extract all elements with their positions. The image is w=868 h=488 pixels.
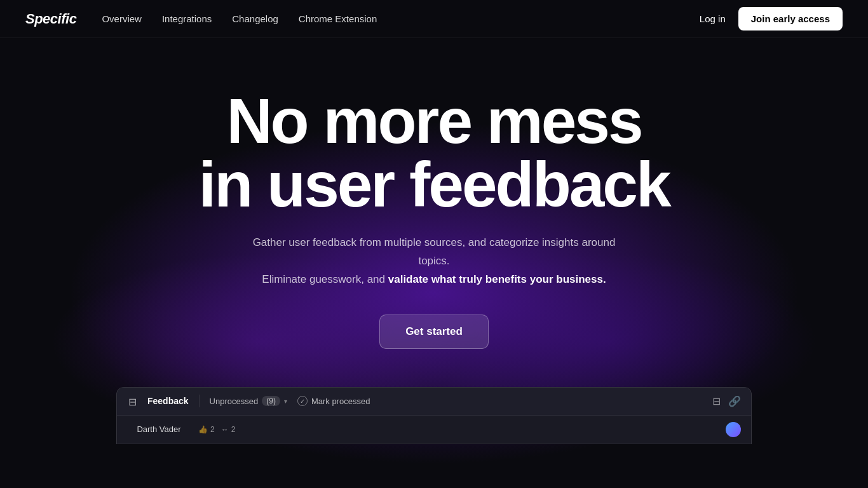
filter-badge: (9) bbox=[262, 396, 280, 406]
arrows-stat: ↔ 2 bbox=[221, 425, 236, 434]
hero-title-line2: in user feedback bbox=[198, 152, 669, 216]
navbar: Specific Overview Integrations Changelog… bbox=[0, 0, 868, 38]
section-icon: ⊟ bbox=[127, 396, 137, 406]
arrows-icon: ↔ bbox=[221, 425, 229, 434]
table-row: Darth Vader 👍 2 ↔ 2 bbox=[117, 416, 751, 444]
nav-link-overview[interactable]: Overview bbox=[102, 13, 142, 24]
filter-label: Unprocessed bbox=[210, 396, 259, 406]
get-started-button[interactable]: Get started bbox=[379, 315, 489, 349]
thumbs-up-icon: 👍 bbox=[198, 425, 208, 434]
hero-section: No more mess in user feedback Gather use… bbox=[0, 38, 868, 444]
hero-title-line1: No more mess bbox=[198, 89, 669, 152]
hero-title: No more mess in user feedback bbox=[198, 89, 669, 216]
toolbar-separator bbox=[199, 395, 200, 407]
link-icon[interactable]: 🔗 bbox=[728, 395, 741, 407]
app-toolbar: ⊟ Feedback Unprocessed (9) ▾ ✓ Mark proc… bbox=[117, 388, 751, 416]
toolbar-right: ⊟ 🔗 bbox=[712, 395, 741, 407]
hero-subtitle: Gather user feedback from multiple sourc… bbox=[243, 234, 625, 289]
filter-button[interactable]: Unprocessed (9) ▾ bbox=[210, 396, 287, 406]
hero-subtitle-bold: validate what truly benefits your busine… bbox=[388, 273, 606, 285]
mark-label: Mark processed bbox=[311, 396, 370, 406]
layout-icon[interactable]: ⊟ bbox=[712, 395, 721, 407]
nav-links: Overview Integrations Changelog Chrome E… bbox=[102, 13, 377, 24]
nav-link-chrome-extension[interactable]: Chrome Extension bbox=[299, 13, 377, 24]
row-stats: 👍 2 ↔ 2 bbox=[198, 425, 235, 434]
mark-processed-button[interactable]: ✓ Mark processed bbox=[297, 396, 370, 406]
hero-subtitle-line2-plain: Eliminate guesswork, and bbox=[262, 273, 388, 285]
nav-link-integrations[interactable]: Integrations bbox=[162, 13, 212, 24]
chevron-down-icon: ▾ bbox=[284, 398, 287, 405]
avatar bbox=[726, 422, 741, 437]
toolbar-title: Feedback bbox=[147, 396, 189, 406]
join-early-access-button[interactable]: Join early access bbox=[738, 7, 843, 30]
row-name: Darth Vader bbox=[127, 424, 191, 434]
login-button[interactable]: Log in bbox=[700, 13, 726, 24]
likes-stat: 👍 2 bbox=[198, 425, 215, 434]
app-preview: ⊟ Feedback Unprocessed (9) ▾ ✓ Mark proc… bbox=[116, 387, 752, 444]
hero-subtitle-line1: Gather user feedback from multiple sourc… bbox=[253, 236, 616, 267]
nav-link-changelog[interactable]: Changelog bbox=[232, 13, 278, 24]
check-circle-icon: ✓ bbox=[297, 396, 308, 406]
logo: Specific bbox=[25, 11, 76, 27]
nav-right: Log in Join early access bbox=[700, 7, 843, 30]
nav-left: Specific Overview Integrations Changelog… bbox=[25, 11, 377, 27]
